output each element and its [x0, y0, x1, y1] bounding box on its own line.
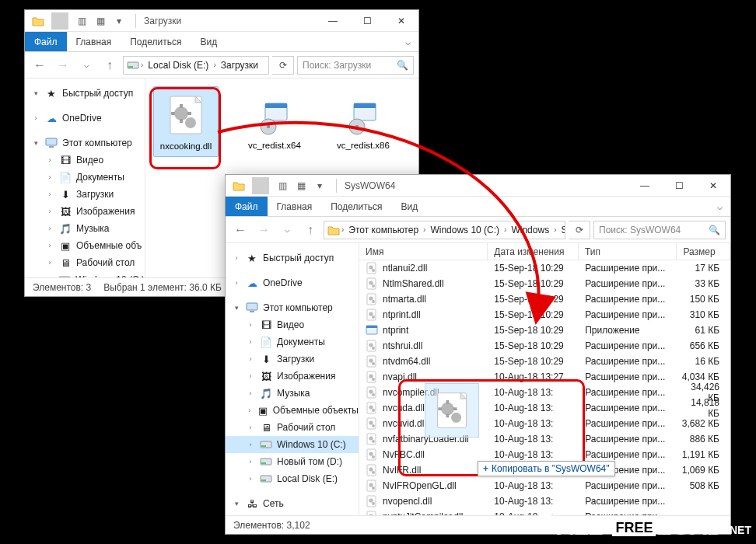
close-button[interactable]: ✕ [696, 175, 730, 197]
table-row[interactable]: ntvdm64.dll15-Sep-18 10:29Расширение при… [359, 354, 730, 369]
forward-button[interactable]: → [254, 220, 274, 240]
folder-icon [230, 177, 247, 194]
forward-button[interactable]: → [53, 55, 73, 75]
recent-button[interactable]: ⌵ [76, 55, 96, 75]
sidebar-desktop[interactable]: ›🖥Рабочий стол [226, 419, 359, 436]
sidebar-video[interactable]: ›🎞Видео [226, 316, 359, 333]
sidebar-documents[interactable]: ›📄Документы [25, 169, 145, 186]
ribbon-expand-icon[interactable]: ⌵ [717, 201, 730, 212]
table-row[interactable]: NvFBC.dll10-Aug-18 13:Расширение при...1… [359, 447, 730, 462]
sidebar-images[interactable]: ›🖼Изображения [25, 203, 145, 220]
file-name: ntlanui2.dll [383, 263, 427, 274]
sidebar-onedrive[interactable]: ›☁OneDrive [226, 274, 359, 291]
refresh-button[interactable]: ⟳ [569, 221, 590, 239]
minimize-button[interactable]: — [316, 10, 350, 32]
sidebar-3d[interactable]: ›▣Объемные объ [25, 237, 145, 254]
sidebar-thispc[interactable]: ▾Этот компьютер [226, 299, 359, 316]
search-input[interactable]: Поиск: SysWOW64 🔍 [593, 221, 726, 239]
file-date: 10-Aug-18 13: [488, 496, 579, 507]
table-row[interactable]: ntlanui2.dll15-Sep-18 10:29Расширение пр… [359, 260, 730, 276]
qat-properties-icon[interactable]: ▥ [274, 177, 291, 194]
sidebar-downloads[interactable]: ›⬇Загрузки [25, 186, 145, 203]
ribbon-expand-icon[interactable]: ⌵ [405, 37, 418, 47]
ribbon-tab-home[interactable]: Главная [268, 197, 322, 216]
column-header[interactable]: Имя Дата изменения Тип Размер [359, 243, 730, 260]
crumb-pc[interactable]: Этот компьютер [345, 225, 422, 235]
sidebar-quick-access[interactable]: ▾★Быстрый доступ [25, 85, 145, 102]
col-date[interactable]: Дата изменения [488, 243, 579, 260]
sidebar-edrive[interactable]: ›Local Disk (E:) [226, 470, 359, 487]
sidebar-music[interactable]: ›🎵Музыка [226, 385, 359, 402]
file-icon [366, 371, 378, 383]
sidebar-images[interactable]: ›🖼Изображения [226, 368, 359, 385]
qat-properties-icon[interactable]: ▥ [73, 12, 90, 30]
dll-icon [163, 92, 209, 138]
breadcrumb[interactable]: › Local Disk (E:) › Загрузки [123, 56, 269, 75]
file-name: nvcuvid.dll [383, 418, 426, 429]
file-date: 10-Aug-18 13: [488, 403, 579, 413]
file-vcredist64[interactable]: vc_redist.x64 [242, 86, 307, 155]
maximize-button[interactable]: ☐ [662, 175, 696, 197]
file-vcredist86[interactable]: vc_redist.x86 [331, 86, 396, 155]
col-name[interactable]: Имя [359, 243, 488, 260]
minimize-button[interactable]: — [628, 175, 662, 197]
ribbon-tab-share[interactable]: Поделиться [321, 197, 391, 216]
ribbon-tab-view[interactable]: Вид [391, 197, 427, 216]
recent-button[interactable]: ⌵ [277, 220, 297, 240]
sidebar-thispc[interactable]: ▾Этот компьютер [25, 134, 145, 152]
col-size[interactable]: Размер [677, 243, 730, 260]
crumb-folder[interactable]: Загрузки [218, 60, 261, 71]
back-button[interactable]: ← [230, 220, 250, 240]
table-row[interactable]: nvfatbinaryLoader.dll10-Aug-18 13:Расшир… [359, 431, 730, 447]
qat-newfolder-icon[interactable]: ▦ [92, 12, 109, 30]
file-icon [366, 355, 378, 368]
qat-caret-icon[interactable]: ▾ [110, 12, 128, 30]
table-row[interactable]: ntprint.dll15-Sep-18 10:29Расширение при… [359, 307, 730, 323]
table-row[interactable]: nvcuvid.dll10-Aug-18 13:Расширение при..… [359, 416, 730, 431]
table-row[interactable]: ntmarta.dll15-Sep-18 10:29Расширение при… [359, 291, 730, 307]
crumb-drive[interactable]: Windows 10 (C:) [427, 225, 502, 235]
table-row[interactable]: nvapi.dll10-Aug-18 13:27Расширение при..… [359, 369, 730, 385]
ribbon-file-tab[interactable]: Файл [25, 32, 67, 51]
up-button[interactable]: ↑ [100, 55, 120, 75]
table-row[interactable]: nvcompiler.dll10-Aug-18 13:Расширение пр… [359, 385, 730, 400]
search-input[interactable]: Поиск: Загрузки 🔍 [297, 56, 414, 75]
sidebar-3d[interactable]: ›▣Объемные объекты [226, 402, 359, 419]
table-row[interactable]: ntshrui.dll15-Sep-18 10:29Расширение при… [359, 338, 730, 354]
crumb-syswow[interactable]: SysWOW64 [558, 225, 565, 235]
file-size: 1,191 КБ [677, 449, 730, 460]
close-button[interactable]: ✕ [384, 10, 418, 32]
qat-newfolder-icon[interactable]: ▦ [292, 177, 310, 194]
sidebar-network[interactable]: ▾🖧Сеть [226, 495, 359, 512]
sidebar-video[interactable]: ›🎞Видео [25, 152, 145, 169]
ribbon-tab-view[interactable]: Вид [191, 32, 226, 51]
file-nxcooking[interactable]: nxcooking.dll [153, 86, 219, 157]
sidebar-desktop[interactable]: ›🖥Рабочий стол [25, 254, 145, 271]
qat-caret-icon[interactable]: ▾ [311, 177, 328, 194]
crumb-drive[interactable]: Local Disk (E:) [145, 60, 212, 71]
ribbon-tab-home[interactable]: Главная [67, 32, 121, 51]
table-row[interactable]: nvcuda.dll10-Aug-18 13:Расширение при...… [359, 400, 730, 416]
table-row[interactable]: NvIFROpenGL.dll10-Aug-18 13:Расширение п… [359, 478, 730, 493]
ribbon-file-tab[interactable]: Файл [226, 197, 268, 216]
sidebar-downloads[interactable]: ›⬇Загрузки [226, 350, 359, 368]
table-row[interactable]: NtlmShared.dll15-Sep-18 10:29Расширение … [359, 276, 730, 291]
file-size: 656 КБ [677, 340, 730, 351]
refresh-button[interactable]: ⟳ [272, 56, 294, 75]
sidebar-documents[interactable]: ›📄Документы [226, 333, 359, 350]
breadcrumb[interactable]: › Этот компьютер› Windows 10 (C:)› Windo… [324, 221, 565, 239]
sidebar-ddrive[interactable]: ›Новый том (D:) [226, 453, 359, 470]
content-area[interactable]: Имя Дата изменения Тип Размер ntlanui2.d… [359, 243, 730, 515]
sidebar-cdrive[interactable]: ›Windows 10 (C:) [226, 436, 359, 453]
table-row[interactable]: ntprint15-Sep-18 10:29Приложение61 КБ [359, 323, 730, 338]
maximize-button[interactable]: ☐ [350, 10, 384, 32]
sidebar-quick-access[interactable]: ›★Быстрый доступ [226, 249, 359, 267]
sidebar-onedrive[interactable]: ›☁OneDrive [25, 110, 145, 127]
back-button[interactable]: ← [30, 55, 50, 75]
crumb-windows[interactable]: Windows [508, 225, 552, 235]
ribbon-tab-share[interactable]: Поделиться [121, 32, 191, 51]
up-button[interactable]: ↑ [300, 220, 320, 240]
sidebar-music[interactable]: ›🎵Музыка [25, 220, 145, 237]
col-type[interactable]: Тип [579, 243, 677, 260]
sidebar-cdrive[interactable]: ›Windows 10 (C:) [25, 271, 145, 277]
